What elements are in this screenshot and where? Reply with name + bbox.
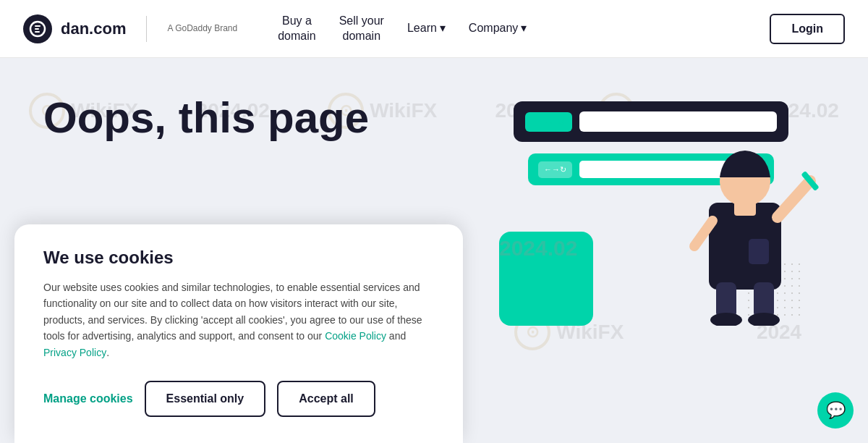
chat-bubble[interactable]: 💬 — [817, 392, 854, 429]
right-illustration: ←→↻ ←→↻ 2024.02 — [492, 94, 825, 326]
hero-heading: Oops, this page — [43, 94, 448, 142]
nav-links: Buy adomain Sell yourdomain Learn ▾ Comp… — [278, 14, 770, 44]
cookie-title: We use cookies — [43, 248, 434, 268]
logo-divider — [146, 16, 147, 42]
privacy-policy-link[interactable]: Privacy Policy — [43, 347, 106, 358]
nav-company[interactable]: Company ▾ — [469, 21, 527, 36]
godaddy-brand: A GoDaddy Brand — [167, 23, 237, 35]
svg-rect-9 — [734, 201, 756, 216]
nav-buy-domain[interactable]: Buy adomain — [278, 14, 315, 44]
person-illustration — [665, 109, 825, 326]
svg-point-8 — [748, 313, 780, 326]
cookie-policy-link[interactable]: Cookie Policy — [325, 330, 386, 342]
chevron-down-icon: ▾ — [521, 21, 527, 36]
login-button[interactable]: Login — [770, 14, 845, 44]
cookie-body: Our website uses cookies and similar tec… — [43, 279, 434, 360]
navbar: dan.com A GoDaddy Brand Buy adomain Sell… — [0, 0, 868, 58]
svg-point-7 — [710, 313, 742, 326]
chevron-down-icon: ▾ — [440, 21, 446, 36]
nav-right: Login — [770, 14, 845, 44]
essential-only-button[interactable]: Essential only — [145, 381, 266, 417]
nav-sell-domain[interactable]: Sell yourdomain — [339, 14, 384, 44]
logo-icon — [23, 14, 52, 43]
cookie-banner: We use cookies Our website uses cookies … — [14, 224, 463, 443]
logo-text: dan.com — [61, 20, 126, 38]
nav-learn[interactable]: Learn ▾ — [407, 21, 446, 36]
manage-cookies-button[interactable]: Manage cookies — [43, 392, 133, 405]
browser-nav-icons2: ←→↻ — [538, 161, 572, 178]
accept-all-button[interactable]: Accept all — [277, 381, 375, 417]
browser-nav-icons: ←→↻ — [525, 112, 572, 132]
logo-area: dan.com A GoDaddy Brand — [23, 14, 237, 43]
chat-icon: 💬 — [826, 401, 846, 420]
cookie-actions: Manage cookies Essential only Accept all — [43, 381, 434, 417]
svg-rect-4 — [749, 239, 769, 264]
